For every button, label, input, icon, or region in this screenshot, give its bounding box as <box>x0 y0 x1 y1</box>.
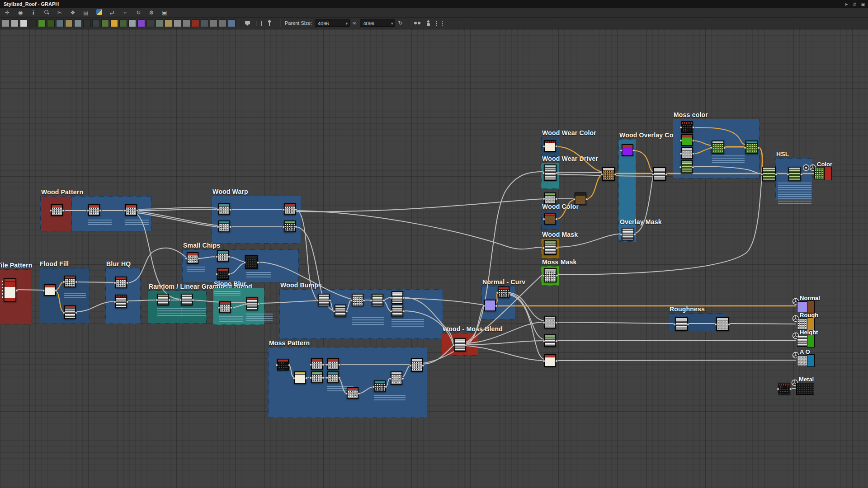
graph-node[interactable] <box>219 301 231 313</box>
graph-node[interactable] <box>675 317 688 331</box>
normal-color-node-icon[interactable] <box>137 19 145 27</box>
pan-tool-icon[interactable]: ✛ <box>4 9 11 16</box>
recompute-icon[interactable]: ↻ <box>135 9 142 16</box>
graph-node[interactable] <box>157 294 169 305</box>
svg-node-icon[interactable] <box>38 19 46 27</box>
graph-node[interactable] <box>544 354 556 367</box>
graph-node[interactable] <box>544 240 557 255</box>
graph-node[interactable] <box>544 164 557 181</box>
parent-width-dropdown[interactable]: 4096▾ <box>315 19 350 27</box>
graph-node[interactable] <box>218 221 230 232</box>
comment-node-icon[interactable] <box>244 19 251 27</box>
graph-node[interactable] <box>411 358 423 372</box>
blur-node-icon[interactable] <box>56 19 64 27</box>
link-mode-icon[interactable]: ⇄ <box>108 9 116 16</box>
graph-node[interactable] <box>745 141 758 154</box>
graph-node[interactable] <box>4 278 16 302</box>
graph-node[interactable] <box>352 294 363 306</box>
snap-frame-icon[interactable] <box>435 19 443 27</box>
graph-node[interactable] <box>246 297 258 310</box>
graph-node[interactable] <box>218 203 230 215</box>
graph-node[interactable] <box>88 204 100 216</box>
frame-wood-warp[interactable]: Wood Warp <box>212 196 301 244</box>
graph-node[interactable] <box>454 338 466 352</box>
blend-node-icon[interactable] <box>20 19 28 27</box>
frame-view-icon[interactable]: ▣ <box>161 9 168 16</box>
warp-node-icon[interactable] <box>201 19 208 27</box>
graph-node[interactable] <box>392 291 403 304</box>
tools-icon[interactable]: ⚙ <box>148 9 155 16</box>
graph-node[interactable] <box>681 121 693 133</box>
graph-node[interactable] <box>294 371 306 384</box>
graph-node[interactable] <box>498 286 509 298</box>
graph-node[interactable] <box>712 141 724 154</box>
pin-node-icon[interactable] <box>266 19 273 27</box>
emboss-node-icon[interactable] <box>92 19 100 27</box>
panel-layout-icon[interactable]: ▣ <box>861 2 865 7</box>
graph-node[interactable] <box>575 192 586 205</box>
graph-node[interactable] <box>374 380 386 392</box>
hsl-node-icon[interactable] <box>128 19 136 27</box>
graph-node[interactable] <box>391 371 402 385</box>
crop-node-icon[interactable] <box>11 19 19 27</box>
connection-options-icon[interactable] <box>414 19 421 27</box>
graph-node[interactable] <box>115 277 127 288</box>
curve-node-icon[interactable] <box>83 19 91 27</box>
directional-blur-node-icon[interactable] <box>65 19 73 27</box>
graph-node[interactable] <box>681 147 693 159</box>
transform-node-icon[interactable] <box>2 19 9 27</box>
user-preview-icon[interactable] <box>425 19 432 27</box>
graph-node[interactable] <box>544 213 556 225</box>
information-icon[interactable]: ℹ <box>30 9 37 16</box>
cut-links-icon[interactable]: ✂ <box>56 9 63 16</box>
text-node-icon[interactable] <box>174 19 181 27</box>
frame-random-linear-gradient-blend[interactable]: Random / Linear Grandient Blend <box>148 291 207 324</box>
graph-node[interactable] <box>544 192 556 204</box>
graph-node[interactable] <box>788 167 801 181</box>
graph-node[interactable] <box>125 204 137 216</box>
uniform-color-node-icon[interactable] <box>192 19 199 27</box>
graph-node[interactable] <box>181 294 193 305</box>
link-size-icon[interactable]: ∞ <box>353 20 357 26</box>
graph-node[interactable] <box>245 255 258 269</box>
graph-node[interactable] <box>778 383 790 394</box>
parent-height-dropdown[interactable]: 4096▾ <box>360 19 395 27</box>
screenshot-icon[interactable]: ◉ <box>17 9 24 16</box>
graph-node[interactable] <box>602 167 615 181</box>
graph-node[interactable] <box>115 295 127 308</box>
graph-node[interactable] <box>622 228 634 240</box>
value-processor-node-icon[interactable] <box>219 19 226 27</box>
fx-map-node-icon[interactable] <box>47 19 55 27</box>
graph-node[interactable] <box>187 252 198 264</box>
node-hierarchy-icon[interactable]: ❖ <box>69 9 76 16</box>
layers-icon[interactable]: ▤ <box>82 9 90 16</box>
graph-node[interactable] <box>544 334 556 347</box>
zoom-icon[interactable] <box>43 9 50 16</box>
gradient-axial-node-icon[interactable] <box>101 19 109 27</box>
transform-2d-node-icon[interactable] <box>183 19 190 27</box>
graph-node[interactable] <box>622 144 633 156</box>
graph-node[interactable] <box>681 134 693 146</box>
graph-node[interactable] <box>716 317 729 331</box>
python-icon[interactable] <box>95 9 103 16</box>
graph-node[interactable] <box>311 371 323 383</box>
reset-size-icon[interactable]: ↻ <box>398 20 402 26</box>
graph-node[interactable] <box>347 387 359 399</box>
graph-canvas[interactable]: Tile Pattern Wood Pattern Wood Warp Smal… <box>0 0 868 488</box>
gradient-map-node-icon[interactable] <box>110 19 118 27</box>
graph-node[interactable] <box>217 250 229 262</box>
grayscale-conversion-node-icon[interactable] <box>119 19 127 27</box>
graph-node[interactable] <box>544 140 556 152</box>
pixel-processor-node-icon[interactable] <box>210 19 217 27</box>
noise-node-icon[interactable] <box>146 19 154 27</box>
graph-node[interactable] <box>277 359 289 371</box>
graph-node[interactable] <box>64 276 76 287</box>
graph-node[interactable] <box>51 204 63 216</box>
graph-node[interactable] <box>64 305 76 319</box>
frame-moss-pattern[interactable]: Moss Pattern <box>268 347 427 418</box>
normal-node-icon[interactable] <box>156 19 163 27</box>
collapse-panels-icon[interactable]: ⇵ <box>853 2 856 7</box>
graph-node[interactable] <box>44 284 56 296</box>
distance-node-icon[interactable] <box>74 19 82 27</box>
graph-node[interactable] <box>311 358 323 370</box>
